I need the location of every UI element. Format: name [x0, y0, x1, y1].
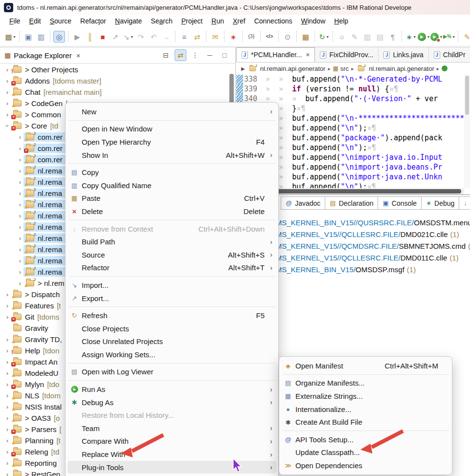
- menu-item-externalize-strings[interactable]: ▦Externalize Strings...: [281, 389, 450, 403]
- error-reporting-icon[interactable]: ∗: [227, 31, 239, 43]
- expander-icon[interactable]: ›: [4, 459, 11, 467]
- expander-icon[interactable]: ›: [4, 437, 11, 444]
- tree-item-other-projects[interactable]: ›!> Other Projects: [0, 64, 235, 75]
- menubar-item-run[interactable]: Run: [207, 16, 228, 26]
- expander-icon[interactable]: ›: [4, 100, 11, 107]
- menu-item-configure[interactable]: Configure›: [67, 474, 276, 476]
- menubar-item-search[interactable]: Search: [146, 16, 177, 26]
- save-all-icon[interactable]: ▥: [35, 31, 47, 43]
- expander-icon[interactable]: ›: [4, 336, 11, 343]
- expander-icon[interactable]: ›: [4, 426, 11, 433]
- menu-item-refresh[interactable]: ↻RefreshF5: [67, 309, 276, 322]
- terminate-icon[interactable]: ■: [97, 31, 109, 43]
- expander-icon[interactable]: ›: [17, 280, 23, 287]
- menu-item-close-unrelated-projects[interactable]: Close Unrelated Projects: [67, 335, 276, 348]
- breadcrumb-item[interactable]: nl.remain.api.generator: [369, 65, 434, 72]
- menu-item-copy-qualified-name[interactable]: ▥Copy Qualified Name: [67, 179, 276, 192]
- menu-item-copy[interactable]: ▤Copy: [67, 166, 276, 179]
- maximize-icon[interactable]: □: [219, 49, 230, 61]
- editor-tab-fixchildprov[interactable]: JFixChildProv...: [315, 47, 379, 62]
- highlighter-icon[interactable]: ✎: [461, 31, 470, 43]
- expander-icon[interactable]: ›: [17, 268, 23, 276]
- expander-icon[interactable]: ›: [17, 257, 23, 264]
- menu-item-refactor[interactable]: RefactorAlt+Shift+T›: [67, 261, 276, 275]
- save-icon[interactable]: ▣: [22, 31, 34, 43]
- menubar-item-source[interactable]: Source: [45, 16, 76, 26]
- expander-icon[interactable]: ›: [4, 381, 11, 388]
- expander-icon[interactable]: ›: [17, 133, 23, 141]
- menu-item-source[interactable]: SourceAlt+Shift+S›: [67, 248, 276, 261]
- result-file[interactable]: OMSDSP.msgf: [356, 265, 404, 274]
- menubar-item-refactor[interactable]: Refactor: [76, 16, 111, 26]
- expander-icon[interactable]: ›: [4, 291, 11, 298]
- new-plugin-icon[interactable]: ▦: [300, 31, 312, 43]
- result-row[interactable]: OMS_KERNEL_BIN_V15//QUSRSRC.FILE/OMSDSTM…: [270, 217, 470, 229]
- close-view-icon[interactable]: ×: [76, 51, 81, 60]
- menubar-item-navigate[interactable]: Navigate: [111, 16, 146, 26]
- expander-icon[interactable]: ›: [4, 471, 11, 476]
- tab-javadoc[interactable]: @Javadoc: [281, 196, 325, 210]
- menubar-item-file[interactable]: File: [5, 16, 25, 26]
- menu-item-open-type-hierarchy[interactable]: Open Type HierarchyF4: [67, 135, 276, 149]
- result-file[interactable]: OMSDSTM.menu: [414, 218, 470, 227]
- step-over-icon[interactable]: →: [160, 31, 172, 43]
- expander-icon[interactable]: ›: [4, 88, 11, 96]
- expander-icon[interactable]: ›: [17, 201, 23, 208]
- run-icon[interactable]: ▶▾: [418, 31, 429, 43]
- step-filters-icon[interactable]: ↘▾: [122, 31, 134, 43]
- profile-icon[interactable]: ▶%▾: [443, 31, 455, 43]
- editor-tab-pcmlhandler[interactable]: J*PCMLHandler...×: [236, 47, 315, 62]
- result-row[interactable]: OMS_KERNEL_V15//QCMDSRC.FILE/SBMNETJOMS.…: [270, 240, 470, 252]
- menu-item-close-projects[interactable]: Close Projects: [67, 322, 276, 335]
- menu-item-new[interactable]: New›: [67, 105, 276, 118]
- menubar-item-project[interactable]: Project: [177, 16, 207, 26]
- expander-icon[interactable]: ›: [17, 190, 23, 197]
- menubar-item-connections[interactable]: Connections: [250, 16, 297, 26]
- menu-item-assign-working-sets[interactable]: Assign Working Sets...: [67, 348, 276, 361]
- menubar-item-xref[interactable]: Xref: [228, 16, 250, 26]
- menu-item-replace-with[interactable]: Replace With›: [67, 448, 276, 461]
- menu-item-internationalize[interactable]: ●Internationalize...: [281, 403, 450, 416]
- expander-icon[interactable]: ›: [4, 403, 11, 411]
- link-with-editor-icon[interactable]: ⇄: [175, 49, 186, 61]
- debug-icon[interactable]: ∗▾: [405, 31, 417, 43]
- expander-icon[interactable]: ›: [17, 145, 23, 152]
- disconnect-icon[interactable]: ↗: [110, 31, 121, 43]
- editor-tab-links-java[interactable]: JLinks.java: [379, 47, 428, 62]
- expander-icon[interactable]: ›: [4, 302, 11, 309]
- tree-item-chat[interactable]: ›▲Chat[remainchat main]: [0, 87, 235, 98]
- step-return-icon[interactable]: ↷: [135, 31, 147, 43]
- menubar-item-window[interactable]: Window: [296, 16, 330, 26]
- open-task-icon[interactable]: ⊙: [282, 31, 293, 43]
- menu-item-open-with-log-viewer[interactable]: ▤Open with Log Viewer: [67, 366, 276, 379]
- expander-icon[interactable]: ›: [17, 246, 23, 253]
- menu-item-run-as[interactable]: ▶Run As›: [67, 383, 276, 396]
- expander-icon[interactable]: ›: [4, 347, 11, 354]
- result-file[interactable]: SBMNETJOMS.cmd: [399, 242, 466, 250]
- menu-item-show-in[interactable]: Show InAlt+Shift+W›: [67, 149, 276, 162]
- feedback-icon[interactable]: ✉: [209, 31, 221, 43]
- search-marker-icon[interactable]: ○: [336, 31, 348, 43]
- menu-item-compare-with[interactable]: Compare With›: [67, 435, 276, 448]
- show-selected-element-icon[interactable]: ≡: [179, 31, 190, 43]
- show-whitespace-icon[interactable]: ¶: [387, 31, 399, 43]
- editor-tab-childpr[interactable]: JChildPr: [429, 47, 470, 62]
- new-wizard-icon[interactable]: ▩▾: [4, 31, 16, 43]
- code-view-icon[interactable]: </>: [264, 31, 275, 43]
- result-file[interactable]: DMD011C.clle: [401, 254, 448, 262]
- expander-icon[interactable]: ›: [4, 358, 11, 366]
- view-menu-icon[interactable]: ⋮: [189, 49, 201, 61]
- menubar-item-edit[interactable]: Edit: [25, 16, 45, 26]
- outline-icon[interactable]: ▤: [374, 31, 386, 43]
- expander-icon[interactable]: ›: [4, 313, 11, 321]
- minimize-icon[interactable]: ─: [204, 49, 216, 61]
- step-back-icon[interactable]: ↶: [148, 31, 159, 43]
- menu-item-import[interactable]: ↘Import...: [67, 279, 276, 292]
- expander-icon[interactable]: ›: [17, 235, 23, 242]
- tab-console[interactable]: ▣Console: [378, 196, 422, 210]
- result-file[interactable]: DMD021C.clle: [401, 230, 448, 238]
- menu-item-team[interactable]: Team›: [67, 422, 276, 435]
- expander-icon[interactable]: ›: [4, 369, 11, 377]
- result-row[interactable]: OMS_KERNEL_V15//QCLLESRC.FILE/DMD021C.cl…: [270, 229, 470, 240]
- expander-icon[interactable]: ›: [4, 77, 11, 85]
